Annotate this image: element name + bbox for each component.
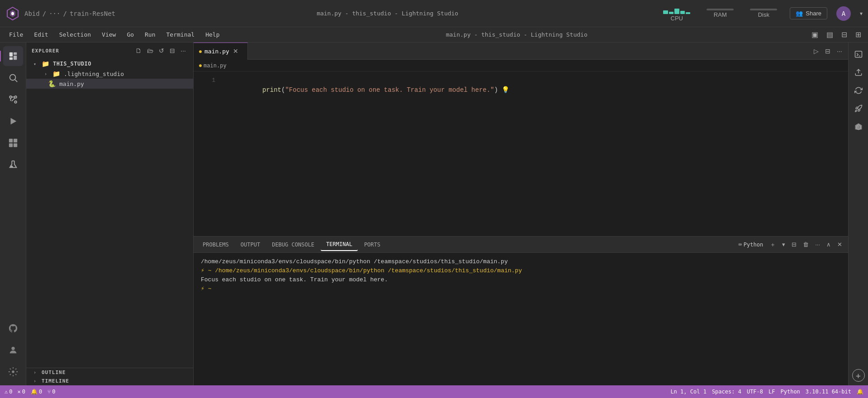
menu-go[interactable]: Go <box>122 29 138 40</box>
status-language[interactable]: Python <box>780 389 800 395</box>
user-avatar[interactable]: A <box>836 6 851 21</box>
svg-marker-12 <box>10 118 16 125</box>
sidebar-toggle-button[interactable]: ▣ <box>809 29 821 40</box>
activity-run-debug[interactable] <box>3 111 23 131</box>
activity-lab[interactable] <box>3 155 23 175</box>
terminal-content[interactable]: /home/zeus/miniconda3/envs/cloudspace/bi… <box>194 253 848 385</box>
status-notifications[interactable]: 🔔 0 <box>31 389 42 395</box>
activity-github[interactable] <box>3 318 23 338</box>
ram-bar-bg <box>707 9 734 10</box>
project-label: train-ResNet <box>70 10 115 17</box>
main-py-file[interactable]: 🐍 main.py <box>26 79 193 89</box>
breadcrumb-dot-icon: ● <box>199 63 202 68</box>
code-editor[interactable]: 1 print("Focus each studio on one task. … <box>194 71 848 236</box>
menu-selection[interactable]: Selection <box>55 29 95 40</box>
maximize-panel-button[interactable]: ∧ <box>824 239 833 250</box>
activity-extensions[interactable] <box>3 133 23 153</box>
disk-button[interactable]: Disk <box>746 7 781 20</box>
svg-line-8 <box>15 80 17 82</box>
status-python-version[interactable]: 3.10.11 64-bit <box>806 389 851 395</box>
cpu-button[interactable]: CPU <box>659 3 694 24</box>
tab-more-button[interactable]: ··· <box>835 46 844 57</box>
refresh-button[interactable]: ↺ <box>157 46 166 55</box>
tab-close-button[interactable]: ✕ <box>232 47 239 55</box>
status-spaces[interactable]: Spaces: 4 <box>712 389 741 395</box>
activity-search[interactable] <box>3 68 23 88</box>
line-number-1: 1 <box>197 76 215 85</box>
tab-output[interactable]: OUTPUT <box>235 239 266 251</box>
share-label: Share <box>806 10 821 17</box>
lightning-studio-folder[interactable]: › 📁 .lightning_studio <box>26 69 193 79</box>
root-folder-item[interactable]: ▾ 📁 THIS_STUDIO <box>26 59 193 69</box>
outline-section[interactable]: › OUTLINE <box>26 368 193 377</box>
activity-settings[interactable] <box>3 362 23 382</box>
new-file-button[interactable]: 🗋 <box>133 46 143 55</box>
tab-bar: ● main.py ✕ ▷ ⊟ ··· <box>194 43 848 60</box>
menu-terminal[interactable]: Terminal <box>162 29 199 40</box>
new-terminal-button[interactable]: ＋ <box>768 239 778 251</box>
split-terminal-button[interactable]: ⊟ <box>789 239 799 250</box>
status-bar: ⚠ 0 ✕ 0 🔔 0 ⑂ 0 Ln 1, Col 1 Spaces: 4 UT… <box>0 385 868 398</box>
new-folder-button[interactable]: 🗁 <box>145 46 155 55</box>
kill-terminal-button[interactable]: 🗑 <box>801 239 811 250</box>
menu-help[interactable]: Help <box>201 29 224 40</box>
svg-rect-21 <box>855 51 862 57</box>
right-terminal-button[interactable] <box>850 46 867 62</box>
status-bell[interactable]: 🔔 <box>857 389 863 395</box>
status-encoding[interactable]: UTF-8 <box>747 389 763 395</box>
status-warnings[interactable]: ⚠ 0 ✕ 0 <box>5 389 25 395</box>
right-upload-button[interactable] <box>850 64 867 81</box>
close-panel-button[interactable]: ✕ <box>835 239 844 250</box>
menu-run[interactable]: Run <box>140 29 160 40</box>
split-editor-button[interactable]: ⊟ <box>839 29 849 40</box>
svg-point-20 <box>12 370 14 373</box>
ram-button[interactable]: RAM <box>703 7 737 20</box>
share-button[interactable]: 👥 Share <box>790 7 827 19</box>
terminal-dropdown-button[interactable]: ▾ <box>780 239 787 250</box>
tab-problems[interactable]: PROBLEMS <box>197 239 234 251</box>
right-tf-button[interactable]: T <box>850 118 867 135</box>
outline-chevron: › <box>33 370 40 375</box>
timeline-chevron: › <box>33 379 40 384</box>
status-git[interactable]: ⑂ 0 <box>47 389 55 395</box>
avatar-dropdown[interactable]: ▾ <box>860 10 863 17</box>
right-rocket-button[interactable] <box>850 100 867 117</box>
window-title: main.py - this_studio - Lightning Studio <box>115 10 659 17</box>
svg-rect-16 <box>13 143 17 147</box>
right-add-button[interactable]: + <box>852 369 865 382</box>
tab-ports[interactable]: PORTS <box>359 239 386 251</box>
error-icon: ✕ <box>17 389 20 395</box>
terminal-python-label: ⌨ Python <box>736 242 766 248</box>
menu-right-icons: ▣ ▤ ⊟ ⊞ <box>809 29 863 40</box>
menu-view[interactable]: View <box>97 29 120 40</box>
explorer-title: EXPLORER <box>32 48 59 54</box>
warning-count: 0 <box>9 389 12 395</box>
python-dot-icon: ● <box>199 49 202 54</box>
status-eol[interactable]: LF <box>768 389 775 395</box>
menu-window-title: main.py - this_studio - Lightning Studio <box>226 31 807 38</box>
ellipsis-label: ··· <box>49 10 60 17</box>
status-line-col[interactable]: Ln 1, Col 1 <box>670 389 706 395</box>
timeline-section[interactable]: › TIMELINE <box>26 377 193 385</box>
right-refresh-button[interactable] <box>850 82 867 99</box>
activity-source-control[interactable] <box>3 90 23 109</box>
panel-toggle-button[interactable]: ▤ <box>824 29 835 40</box>
menu-file[interactable]: File <box>5 29 28 40</box>
tab-split-button[interactable]: ⊟ <box>823 46 833 57</box>
title-breadcrumb: Abid / ··· / train-ResNet <box>24 10 115 17</box>
tab-terminal[interactable]: TERMINAL <box>321 238 358 251</box>
collapse-all-button[interactable]: ⊟ <box>168 46 177 55</box>
more-actions-button[interactable]: ··· <box>179 46 188 55</box>
activity-explorer[interactable] <box>3 46 23 66</box>
cpu-bar-1 <box>663 10 668 14</box>
run-file-button[interactable]: ▷ <box>811 46 821 57</box>
cpu-label: CPU <box>671 15 683 22</box>
main-py-tab[interactable]: ● main.py ✕ <box>194 43 248 60</box>
menu-edit[interactable]: Edit <box>29 29 52 40</box>
terminal-more-button[interactable]: ··· <box>813 239 822 250</box>
tab-debug-console[interactable]: DEBUG CONSOLE <box>266 239 320 251</box>
tab-actions: ▷ ⊟ ··· <box>811 46 848 57</box>
warning-icon: ⚠ <box>5 389 8 395</box>
activity-account[interactable] <box>3 340 23 360</box>
customize-layout-button[interactable]: ⊞ <box>853 29 863 40</box>
